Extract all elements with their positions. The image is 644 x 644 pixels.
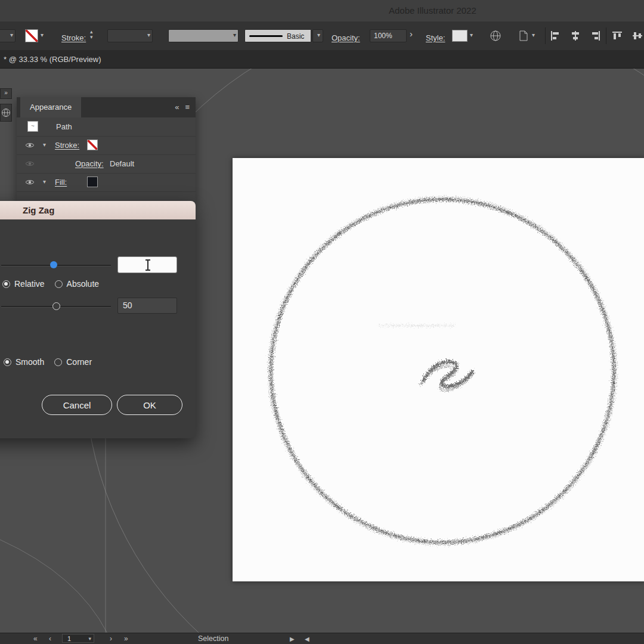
visibility-eye-icon[interactable] [25, 142, 35, 148]
toolbar-separator [545, 27, 546, 44]
smooth-radio[interactable] [4, 358, 11, 366]
expand-chevron-icon[interactable]: ▾ [43, 178, 46, 185]
chevron-down-icon: ▾ [317, 32, 320, 38]
brush-dropdown-chevron[interactable]: ▾ [312, 29, 323, 42]
appearance-row-path[interactable]: ~ Path [17, 117, 196, 137]
appearance-panel: Appearance « ≡ ~ Path ▾ Stroke: Opacity [17, 97, 196, 203]
appearance-row-stroke[interactable]: ▾ Stroke: [17, 136, 196, 155]
stroke-row-label[interactable]: Stroke: [55, 141, 79, 150]
toolbar-separator [606, 27, 606, 44]
path-row-label: Path [56, 122, 72, 131]
align-right-icon[interactable] [590, 30, 601, 41]
expand-dock-button[interactable]: » [0, 88, 12, 99]
ok-button[interactable]: OK [117, 395, 182, 415]
visibility-eye-icon[interactable] [25, 179, 35, 185]
tab-appearance[interactable]: Appearance [20, 97, 81, 117]
size-slider-handle[interactable] [50, 261, 57, 268]
chevron-down-icon: ▾ [10, 32, 13, 38]
brush-name: Basic [287, 32, 304, 41]
next-artboard-icon[interactable]: › [110, 634, 112, 643]
collapse-panel-icon[interactable]: « [175, 103, 179, 112]
zigzag-dialog-titlebar[interactable]: Zig Zag [0, 201, 196, 219]
last-artboard-icon[interactable]: » [124, 634, 128, 643]
opacity-expand-chevron-icon[interactable]: › [410, 31, 413, 37]
absolute-radio-label[interactable]: Absolute [67, 279, 99, 289]
stroke-none-swatch[interactable] [25, 29, 38, 42]
relative-radio[interactable] [2, 280, 10, 288]
align-vertical-center-icon[interactable] [632, 30, 643, 41]
cancel-button[interactable]: Cancel [42, 395, 112, 415]
brush-stroke-preview [249, 35, 283, 37]
status-play-right-icon[interactable]: ▶ [290, 635, 295, 643]
stroke-label[interactable]: Stroke: [61, 33, 86, 42]
first-artboard-icon[interactable]: « [33, 634, 38, 643]
smoothness-radios: Smooth Corner [4, 357, 92, 367]
appearance-row-opacity[interactable]: Opacity: Default [17, 154, 196, 174]
appearance-panel-header: Appearance « ≡ [17, 97, 196, 117]
fill-row-label[interactable]: Fill: [55, 178, 67, 187]
sketch-circle-artwork [233, 158, 644, 581]
style-label[interactable]: Style: [426, 33, 445, 42]
status-bar: « ‹ 1 ▾ › » Selection ▶ ◀ [0, 633, 644, 644]
opacity-link[interactable]: Opacity: [75, 159, 104, 168]
opacity-value: Default [110, 159, 134, 168]
artboard-number-dropdown[interactable]: 1 ▾ [62, 634, 94, 643]
control-bar: ▾ ▾ Stroke: ▴▾ ▾ ▾ Basic ▾ Opacity: 100%… [0, 21, 644, 51]
absolute-radio[interactable] [55, 280, 63, 288]
relative-radio-label[interactable]: Relative [14, 279, 45, 289]
status-readout: Selection [198, 634, 228, 643]
panel-menu-icon[interactable]: ≡ [185, 103, 190, 112]
illustrator-window: Adobe Illustrator 2022 ▾ ▾ Stroke: ▴▾ ▾ … [0, 0, 644, 644]
artboard-number: 1 [67, 635, 71, 642]
corner-radio[interactable] [54, 358, 62, 366]
ridges-slider-handle[interactable] [52, 302, 60, 310]
visibility-eye-icon[interactable] [25, 160, 35, 167]
fill-color-dropdown[interactable]: ▾ [0, 29, 16, 42]
document-setup-globe-icon[interactable] [489, 29, 502, 42]
chevron-down-icon: ▾ [147, 32, 150, 38]
fill-color-swatch[interactable] [87, 177, 98, 187]
style-chevron-icon[interactable]: ▾ [470, 32, 473, 38]
stroke-color-chevron-icon[interactable]: ▾ [41, 32, 44, 38]
artboard-options-icon[interactable] [518, 30, 530, 42]
stepper-down-icon[interactable]: ▾ [90, 35, 93, 40]
path-thumbnail: ~ [27, 121, 38, 132]
window-title: Adobe Illustrator 2022 [389, 5, 476, 16]
collapsed-panel-dock: » [0, 88, 12, 122]
text-cursor-icon [147, 260, 148, 270]
panel-thumbnail[interactable] [0, 104, 12, 122]
align-top-icon[interactable] [612, 30, 623, 41]
chevron-down-icon: ▾ [233, 32, 236, 38]
style-swatch[interactable] [452, 30, 467, 42]
ridges-input[interactable]: 50 [117, 298, 177, 314]
zigzag-dialog: Zig Zag Relative Absolute 50 Smooth Corn… [0, 201, 196, 438]
points-mode-radios: Relative Absolute [2, 279, 99, 289]
artboard[interactable] [233, 158, 644, 581]
brush-definition-dropdown[interactable]: Basic [244, 29, 311, 42]
expand-chevron-icon[interactable]: ▾ [43, 141, 46, 148]
opacity-label[interactable]: Opacity: [332, 33, 360, 42]
stroke-weight-dropdown[interactable]: ▾ [107, 29, 153, 42]
status-play-left-icon[interactable]: ◀ [305, 635, 309, 643]
width-profile-dropdown[interactable]: ▾ [168, 29, 239, 42]
align-center-icon[interactable] [570, 30, 581, 41]
artboard-options-chevron-icon[interactable]: ▾ [532, 32, 535, 38]
previous-artboard-icon[interactable]: ‹ [49, 634, 51, 643]
opacity-value-field[interactable]: 100% [370, 29, 407, 42]
document-tab[interactable]: * @ 33.33 % (RGB/Preview) [4, 55, 101, 64]
sphere-icon [1, 108, 11, 117]
corner-radio-label[interactable]: Corner [66, 357, 92, 367]
appearance-row-fill[interactable]: ▾ Fill: [17, 173, 196, 192]
chevron-down-icon: ▾ [88, 636, 91, 642]
zigzag-dialog-title: Zig Zag [23, 205, 54, 215]
align-left-icon[interactable] [550, 30, 561, 41]
stroke-none-swatch[interactable] [87, 140, 98, 150]
smooth-radio-label[interactable]: Smooth [16, 357, 44, 367]
stroke-weight-stepper[interactable]: ▴▾ [90, 29, 93, 40]
document-tab-bar: * @ 33.33 % (RGB/Preview) [0, 50, 644, 69]
titlebar: Adobe Illustrator 2022 [0, 0, 644, 22]
